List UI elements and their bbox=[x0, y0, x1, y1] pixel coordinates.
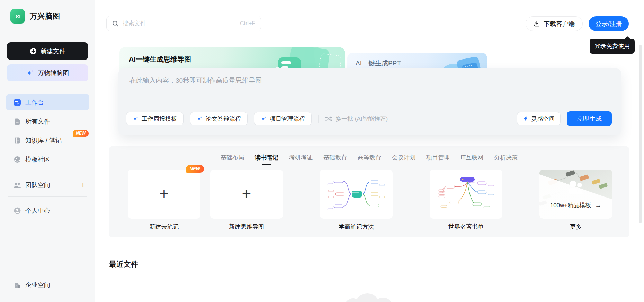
generate-now-button[interactable]: 立即生成 bbox=[567, 111, 612, 126]
search-icon bbox=[112, 20, 119, 27]
download-icon bbox=[534, 20, 540, 27]
sidebar-item-label: 模板社区 bbox=[25, 155, 50, 164]
search-box[interactable]: Ctrl+F bbox=[106, 16, 261, 31]
sidebar-item-enterprise-space[interactable]: 企业空间 bbox=[6, 277, 89, 293]
plus-circle-icon bbox=[30, 48, 37, 55]
search-input[interactable] bbox=[123, 20, 236, 27]
prompt-chip-project-management[interactable]: 项目管理流程 bbox=[254, 112, 312, 125]
sidebar-item-label: 个人中心 bbox=[25, 207, 50, 215]
tab-meeting-plan[interactable]: 会议计划 bbox=[392, 154, 415, 165]
card-more-templates-box[interactable]: 100w+精品模板 → bbox=[539, 170, 612, 219]
sidebar-divider bbox=[8, 171, 87, 171]
inspiration-space-button[interactable]: 灵感空间 bbox=[517, 112, 561, 125]
prompt-chip-thesis-defense[interactable]: 论文答辩流程 bbox=[190, 112, 248, 125]
panel-actions: 灵感空间 立即生成 bbox=[517, 111, 612, 126]
vertical-scrollbar[interactable] bbox=[639, 45, 642, 223]
refresh-suggestions-label: 换一批 (AI智能推荐) bbox=[336, 115, 388, 123]
sidebar-enterprise: 企业空间 bbox=[6, 277, 89, 296]
prompt-chip-weekly-report[interactable]: 工作周报模板 bbox=[126, 112, 184, 125]
sidebar-item-label: 企业空间 bbox=[25, 281, 50, 289]
sidebar-item-knowledge-notes[interactable]: 知识库 / 笔记 NEW bbox=[6, 132, 89, 148]
login-tooltip-text: 登录免费使用 bbox=[594, 43, 630, 49]
tab-reading-notes[interactable]: 读书笔记 bbox=[255, 154, 278, 165]
prompt-chip-label: 论文答辩流程 bbox=[206, 115, 241, 123]
tab-basic-education[interactable]: 基础教育 bbox=[323, 154, 347, 165]
sidebar-item-label: 所有文件 bbox=[25, 117, 50, 126]
login-register-button[interactable]: 登录/注册 bbox=[589, 16, 629, 31]
ai-generate-panel: 工作周报模板 论文答辩流程 项目管理流程 换一批 (AI智能推 bbox=[118, 68, 621, 135]
ai-convert-button[interactable]: 万物转脑图 bbox=[7, 64, 88, 81]
sidebar-divider bbox=[8, 196, 87, 197]
prompt-chip-label: 工作周报模板 bbox=[142, 115, 177, 123]
card-label: 学霸笔记方法 bbox=[320, 223, 393, 231]
sparkle-icon bbox=[197, 116, 203, 122]
prompt-chip-label: 项目管理流程 bbox=[270, 115, 305, 123]
download-client-label: 下载客户端 bbox=[544, 20, 575, 28]
card-new-cloud-note-box[interactable]: NEW + bbox=[128, 170, 200, 219]
sparkle-icon bbox=[26, 69, 34, 77]
sidebar-item-label: 工作台 bbox=[25, 98, 44, 107]
lightning-icon bbox=[523, 116, 528, 122]
card-label: 更多 bbox=[539, 223, 612, 231]
card-label: 新建思维导图 bbox=[210, 223, 283, 231]
card-new-mindmap-box[interactable]: + bbox=[210, 170, 283, 219]
new-file-button[interactable]: 新建文件 bbox=[7, 42, 88, 60]
arrow-right-icon: → bbox=[595, 202, 601, 209]
card-label: 世界名著书单 bbox=[430, 223, 502, 231]
more-templates-label: 100w+精品模板 bbox=[550, 201, 591, 209]
ai-content-input[interactable] bbox=[129, 76, 476, 109]
login-register-label: 登录/注册 bbox=[595, 20, 622, 28]
tab-project-management[interactable]: 项目管理 bbox=[426, 154, 450, 165]
template-section: 基础布局 读书笔记 考研考证 基础教育 高等教育 会议计划 项目管理 IT互联网… bbox=[109, 146, 629, 237]
chips-separator bbox=[318, 115, 319, 123]
login-tooltip: 登录免费使用 bbox=[590, 39, 635, 54]
card-new-mindmap[interactable]: + 新建思维导图 bbox=[210, 170, 283, 231]
card-world-classics-box[interactable] bbox=[430, 170, 502, 219]
app-title: 万兴脑图 bbox=[30, 11, 60, 21]
sidebar: 万兴脑图 新建文件 万物转脑图 工作台 所 bbox=[0, 0, 95, 302]
workbench-icon bbox=[14, 99, 21, 106]
notes-icon bbox=[14, 137, 21, 144]
add-team-space-button[interactable]: + bbox=[81, 181, 85, 189]
sidebar-item-label: 团队空间 bbox=[25, 181, 50, 189]
template-tabs: 基础布局 读书笔记 考研考证 基础教育 高等教育 会议计划 项目管理 IT互联网… bbox=[109, 154, 629, 165]
card-label: 新建云笔记 bbox=[128, 223, 200, 231]
inspiration-space-label: 灵感空间 bbox=[531, 115, 555, 123]
team-icon bbox=[14, 181, 21, 189]
tab-analysis-decision[interactable]: 分析决策 bbox=[494, 154, 518, 165]
card-new-cloud-note[interactable]: NEW + 新建云笔记 bbox=[128, 170, 200, 231]
people-icon bbox=[567, 180, 584, 194]
sidebar-item-team-space[interactable]: 团队空间 + bbox=[6, 177, 89, 193]
ai-convert-label: 万物转脑图 bbox=[38, 69, 69, 77]
tab-higher-education[interactable]: 高等教育 bbox=[358, 154, 381, 165]
sidebar-item-personal-center[interactable]: 个人中心 bbox=[6, 202, 89, 219]
tab-it-internet[interactable]: IT互联网 bbox=[460, 154, 483, 165]
sidebar-item-workbench[interactable]: 工作台 bbox=[6, 94, 89, 110]
recent-files-title: 最近文件 bbox=[109, 259, 138, 269]
download-client-button[interactable]: 下载客户端 bbox=[526, 16, 583, 31]
files-icon bbox=[14, 118, 21, 125]
refresh-suggestions-button[interactable]: 换一批 (AI智能推荐) bbox=[325, 115, 388, 123]
shuffle-icon bbox=[325, 116, 332, 122]
mindmap-preview-image bbox=[435, 174, 497, 214]
template-cards-row: NEW + 新建云笔记 + 新建思维导图 bbox=[128, 170, 612, 231]
sparkle-icon bbox=[261, 116, 267, 122]
new-badge: NEW bbox=[186, 165, 204, 173]
sidebar-item-template-community[interactable]: 模板社区 bbox=[6, 151, 89, 167]
card-study-notes-template[interactable]: 学霸笔记方法 bbox=[320, 170, 393, 231]
community-icon bbox=[14, 156, 21, 163]
ai-ppt-banner-title: AI一键生成PPT bbox=[356, 59, 401, 68]
card-more-templates[interactable]: 100w+精品模板 → 更多 bbox=[539, 170, 612, 231]
search-shortcut-hint: Ctrl+F bbox=[240, 20, 255, 27]
card-world-classics-template[interactable]: 世界名著书单 bbox=[430, 170, 502, 231]
more-templates-link[interactable]: 100w+精品模板 → bbox=[539, 201, 612, 209]
card-study-notes-box[interactable] bbox=[320, 170, 393, 219]
tab-exam-certification[interactable]: 考研考证 bbox=[289, 154, 313, 165]
tab-basic-layout[interactable]: 基础布局 bbox=[221, 154, 244, 165]
sparkle-icon bbox=[133, 116, 138, 122]
sidebar-item-all-files[interactable]: 所有文件 bbox=[6, 113, 89, 129]
empty-state-cloud-illustration bbox=[345, 292, 396, 302]
plus-icon: + bbox=[242, 185, 251, 201]
sidebar-nav: 工作台 所有文件 知识库 / 笔记 NEW bbox=[6, 94, 89, 221]
new-badge: NEW bbox=[73, 130, 89, 137]
